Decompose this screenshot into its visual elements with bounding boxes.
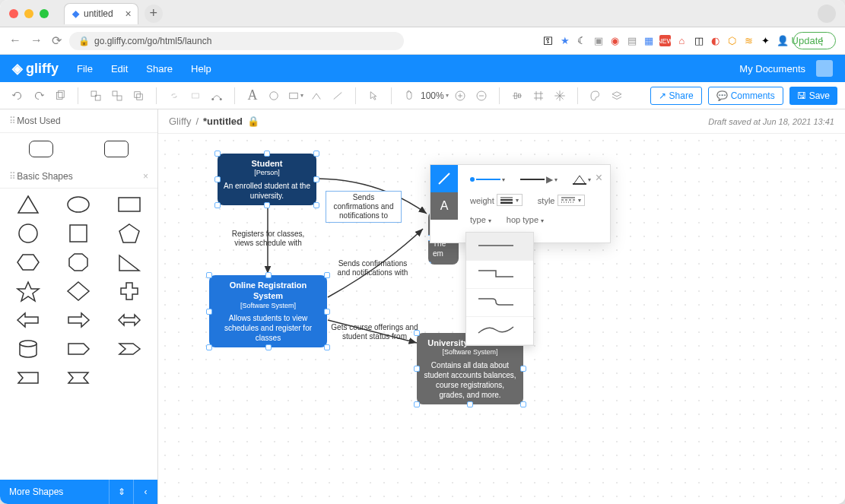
- line-type-orthogonal[interactable]: [466, 261, 533, 289]
- shape-arrow-left[interactable]: [5, 309, 52, 331]
- shape-ribbon[interactable]: [55, 366, 102, 389]
- more-shapes-button[interactable]: More Shapes: [0, 487, 109, 497]
- pan-tool[interactable]: [399, 86, 419, 106]
- line-color[interactable]: ▾: [573, 174, 591, 185]
- star-icon[interactable]: ★: [559, 35, 570, 46]
- type-dropdown[interactable]: ▾: [488, 217, 491, 224]
- popup-tab-line[interactable]: [430, 165, 458, 192]
- text-tool[interactable]: A: [243, 86, 262, 106]
- weight-dropdown[interactable]: ▾: [497, 194, 523, 206]
- shape-rect[interactable]: [82, 141, 152, 157]
- my-documents-link[interactable]: My Documents: [739, 63, 805, 74]
- copy-button[interactable]: [50, 86, 70, 106]
- url-input[interactable]: 🔒 go.gliffy.com/go/html5/launch: [69, 32, 404, 50]
- front-button[interactable]: [129, 86, 148, 106]
- popup-close-icon[interactable]: ×: [596, 171, 602, 185]
- connector-button[interactable]: [207, 86, 227, 106]
- shape-cylinder[interactable]: [5, 338, 52, 360]
- ungroup-button[interactable]: [107, 86, 127, 106]
- straight-line-tool[interactable]: [328, 86, 348, 106]
- line-type-rounded[interactable]: [466, 289, 533, 317]
- redo-button[interactable]: [29, 86, 49, 106]
- user-avatar[interactable]: [816, 60, 833, 77]
- ext-icon-5[interactable]: ⌂: [676, 35, 688, 46]
- zoom-out-button[interactable]: [472, 86, 491, 106]
- line-tool[interactable]: [307, 86, 326, 106]
- sidebar-section-most-used[interactable]: ⠿ Most Used: [0, 109, 157, 133]
- line-end-right[interactable]: ▶▾: [520, 174, 558, 185]
- close-tab-icon[interactable]: ×: [125, 8, 132, 20]
- update-button[interactable]: Update ⋮: [793, 32, 836, 49]
- save-button[interactable]: 🖫Save: [789, 87, 837, 105]
- layers-button[interactable]: [607, 86, 627, 106]
- shape-star[interactable]: [5, 280, 52, 303]
- edge-label-1[interactable]: Sends confirmations and notifications to: [326, 191, 402, 223]
- new-badge-icon[interactable]: NEW: [659, 35, 671, 46]
- shape-ellipse[interactable]: [55, 193, 102, 216]
- ext-icon-2[interactable]: ◉: [609, 35, 621, 46]
- line-type-straight[interactable]: [466, 233, 533, 261]
- menu-share[interactable]: Share: [146, 63, 173, 74]
- maximize-window-button[interactable]: [40, 9, 49, 18]
- shape-circle[interactable]: [5, 222, 52, 245]
- ext-icon-6[interactable]: ◫: [693, 35, 704, 46]
- collapse-sidebar-button[interactable]: ‹: [133, 480, 157, 504]
- profile-button[interactable]: [818, 5, 836, 23]
- key-icon[interactable]: ⚿: [542, 35, 554, 46]
- style-dropdown[interactable]: ▾: [558, 195, 585, 206]
- shape-arrow-both[interactable]: [106, 309, 153, 331]
- shape-arrow-right[interactable]: [55, 309, 102, 331]
- pointer-tool[interactable]: [364, 86, 383, 106]
- back-button[interactable]: ←: [9, 33, 21, 48]
- rect-tool[interactable]: ▾: [285, 86, 305, 106]
- sidebar-section-basic-shapes[interactable]: ⠿ Basic Shapes ×: [0, 165, 157, 189]
- avatar-icon[interactable]: 👤: [777, 35, 788, 46]
- shape-chevron-shape[interactable]: [106, 338, 153, 360]
- ext-icon-4[interactable]: ▦: [643, 35, 654, 46]
- snap-button[interactable]: [550, 86, 570, 106]
- zoom-level[interactable]: 100%: [421, 90, 444, 101]
- ext-icon-9[interactable]: ≋: [743, 35, 754, 46]
- menu-help[interactable]: Help: [191, 63, 211, 74]
- ext-icon-3[interactable]: ▤: [626, 35, 637, 46]
- shape-banner[interactable]: [5, 366, 52, 389]
- canvas[interactable]: Student [Person] An enrolled student at …: [158, 134, 845, 504]
- app-logo[interactable]: ◈ gliffy: [12, 60, 59, 77]
- shape-right-triangle[interactable]: [106, 251, 153, 274]
- reload-button[interactable]: ⟳: [52, 33, 62, 48]
- layer-button[interactable]: [186, 86, 205, 106]
- breadcrumb-parent[interactable]: Gliffy: [169, 116, 191, 127]
- new-tab-button[interactable]: +: [145, 5, 163, 23]
- popup-tab-text[interactable]: A: [430, 192, 458, 220]
- ext-icon-7[interactable]: ◐: [710, 35, 721, 46]
- zoom-in-button[interactable]: [450, 86, 470, 106]
- shape-rounded-rect[interactable]: [6, 141, 76, 157]
- shape-triangle[interactable]: [5, 193, 52, 216]
- close-window-button[interactable]: [9, 9, 18, 18]
- line-end-left[interactable]: ▾: [470, 176, 505, 183]
- shape-pentagon[interactable]: [106, 222, 153, 245]
- node-ors[interactable]: Online Registration System [Software Sys…: [209, 275, 327, 347]
- close-section-icon[interactable]: ×: [143, 171, 148, 182]
- group-button[interactable]: [86, 86, 106, 106]
- menu-edit[interactable]: Edit: [111, 63, 128, 74]
- shape-octagon[interactable]: [55, 251, 102, 274]
- forward-button[interactable]: →: [30, 33, 43, 48]
- grid-button[interactable]: [529, 86, 548, 106]
- share-button[interactable]: ↗Share: [650, 87, 702, 105]
- edge-label-4[interactable]: Gets course offerings and student status…: [327, 323, 422, 341]
- shape-hexagon[interactable]: [5, 251, 52, 274]
- edge-label-3[interactable]: Sends confirmations and notifications wi…: [331, 259, 415, 277]
- collapse-vertical-button[interactable]: ⇕: [109, 480, 133, 504]
- theme-button[interactable]: [586, 86, 605, 106]
- minimize-window-button[interactable]: [24, 9, 33, 18]
- hop-type-dropdown[interactable]: ▾: [541, 217, 544, 224]
- undo-button[interactable]: [8, 86, 27, 106]
- align-button[interactable]: [507, 86, 527, 106]
- shape-tag[interactable]: [55, 338, 102, 360]
- link-button[interactable]: [164, 86, 184, 106]
- moon-icon[interactable]: ☾: [576, 35, 587, 46]
- shape-diamond[interactable]: [55, 280, 102, 303]
- comments-button[interactable]: 💬Comments: [708, 87, 783, 105]
- shape-square[interactable]: [55, 222, 102, 245]
